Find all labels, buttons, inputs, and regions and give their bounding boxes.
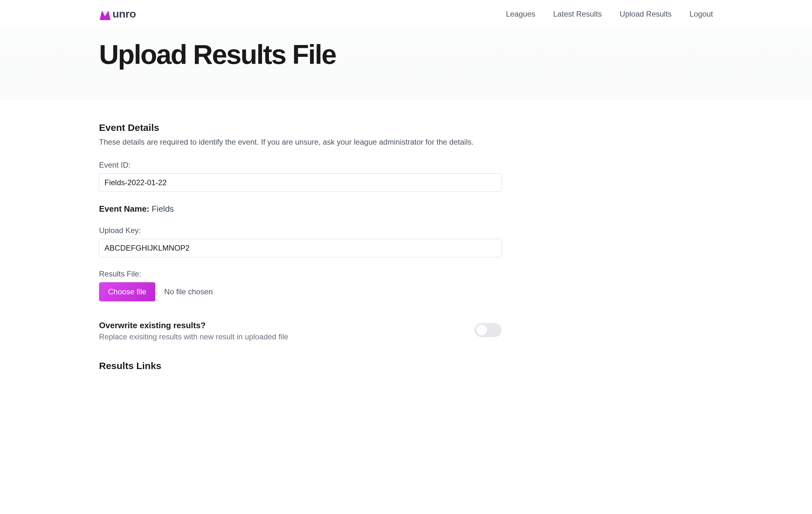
results-file-field-group: Results File: Choose file No file chosen [99, 269, 501, 301]
event-details-title: Event Details [99, 122, 501, 133]
file-status: No file chosen [164, 287, 213, 296]
event-id-input[interactable] [99, 173, 501, 192]
nav-latest-results[interactable]: Latest Results [553, 9, 602, 19]
hero-section: Upload Results File [0, 28, 812, 100]
nav-leagues[interactable]: Leagues [506, 9, 535, 19]
upload-key-field-group: Upload Key: [99, 226, 501, 257]
overwrite-toggle-row: Overwrite existing results? Replace exis… [99, 321, 501, 341]
toggle-knob [476, 325, 487, 336]
file-row: Choose file No file chosen [99, 282, 501, 301]
logo-text: unro [112, 8, 136, 20]
main-content: Event Details These details are required… [0, 100, 607, 384]
event-name-row: Event Name: Fields [99, 204, 501, 214]
header: unro Leagues Latest Results Upload Resul… [0, 0, 812, 28]
event-id-field-group: Event ID: [99, 160, 501, 192]
upload-key-label: Upload Key: [99, 226, 501, 235]
event-details-description: These details are required to identify t… [99, 136, 501, 148]
overwrite-toggle[interactable] [475, 323, 501, 337]
page-title: Upload Results File [99, 40, 713, 68]
upload-key-input[interactable] [99, 239, 501, 257]
event-name-label: Event Name: [99, 204, 149, 214]
overwrite-text: Overwrite existing results? Replace exis… [99, 321, 475, 341]
nav-logout[interactable]: Logout [690, 9, 713, 19]
nav-upload-results[interactable]: Upload Results [620, 9, 672, 19]
main-nav: Leagues Latest Results Upload Results Lo… [506, 9, 713, 19]
logo[interactable]: unro [99, 8, 136, 20]
overwrite-description: Replace exisiting results with new resul… [99, 332, 475, 341]
results-file-label: Results File: [99, 269, 501, 278]
logo-icon [99, 10, 111, 20]
choose-file-button[interactable]: Choose file [99, 282, 155, 301]
overwrite-title: Overwrite existing results? [99, 321, 475, 330]
results-links-title: Results Links [99, 360, 501, 371]
event-name-value: Fields [152, 204, 174, 214]
event-id-label: Event ID: [99, 160, 501, 170]
event-details-section: Event Details These details are required… [99, 122, 501, 371]
